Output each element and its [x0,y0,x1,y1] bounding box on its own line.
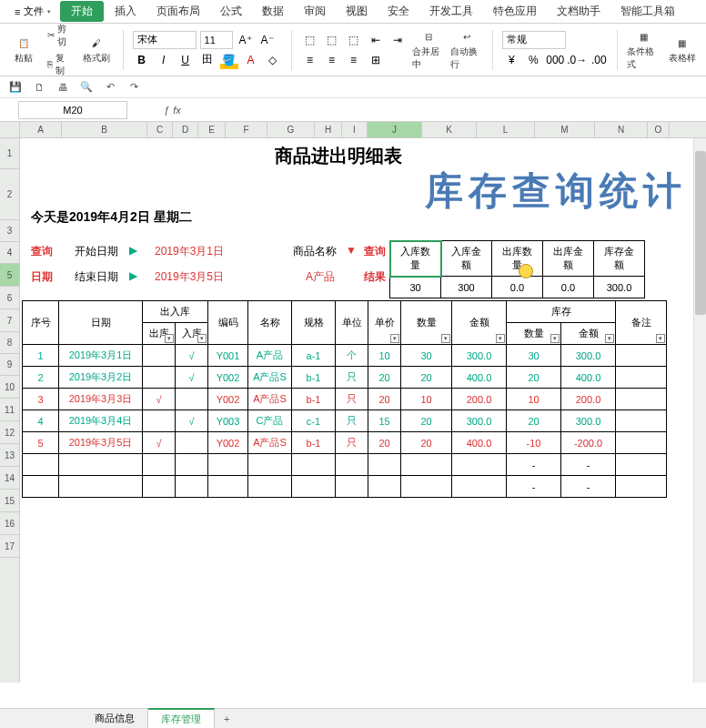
conditional-format-button[interactable]: ▦条件格式 [627,27,660,73]
italic-button[interactable]: I [155,51,173,69]
col-header-O[interactable]: O [648,122,670,137]
row-header-7[interactable]: 7 [0,309,19,332]
row-header-5[interactable]: 5 [0,264,19,287]
result-header[interactable]: 出库金额 [543,241,594,277]
row-header-9[interactable]: 9 [0,354,19,376]
number-format-select[interactable] [502,31,566,49]
th-date[interactable]: 日期 [59,301,143,345]
align-bottom-button[interactable]: ⬚ [345,31,363,49]
tab-view[interactable]: 视图 [337,1,377,22]
filter-icon[interactable]: ▾ [605,334,614,343]
result-header[interactable]: 入库数量 [390,241,441,277]
th-seq[interactable]: 序号 [23,301,59,345]
font-name-select[interactable] [133,31,197,49]
col-header-N[interactable]: N [595,122,648,137]
end-date-value[interactable]: 2019年3月5日 [155,269,224,285]
tab-review[interactable]: 审阅 [295,1,335,22]
th-stock-qty[interactable]: 数量▾ [507,323,561,345]
undo-icon[interactable]: ↶ [102,79,118,96]
filter-icon[interactable]: ▾ [441,334,450,343]
th-qty[interactable]: 数量▾ [401,301,452,345]
col-header-H[interactable]: H [315,122,342,137]
align-center-button[interactable]: ≡ [323,51,341,69]
col-header-A[interactable]: A [20,122,62,137]
result-cell[interactable]: 300.0 [594,277,645,298]
th-code[interactable]: 编码 [208,301,248,345]
col-header-F[interactable]: F [226,122,267,137]
col-header-M[interactable]: M [535,122,595,137]
fill-color-button[interactable]: 🪣 [220,51,238,69]
result-header[interactable]: 库存金额 [594,241,645,277]
th-unit[interactable]: 单位 [336,301,368,345]
row-header-8[interactable]: 8 [0,332,19,354]
th-remark[interactable]: 备注▾ [616,301,667,345]
scrollbar-thumb[interactable] [695,151,706,315]
row-header-14[interactable]: 14 [0,467,19,490]
start-date-value[interactable]: 2019年3月1日 [155,244,224,259]
tab-layout[interactable]: 页面布局 [147,1,209,22]
comma-button[interactable]: 000 [546,51,564,69]
clear-format-button[interactable]: ◇ [264,51,282,69]
align-right-button[interactable]: ≡ [345,51,363,69]
row-header-10[interactable]: 10 [0,376,19,399]
file-menu[interactable]: ≡文件▾ [7,3,58,20]
th-price[interactable]: 单价▾ [368,301,401,345]
decrease-font-button[interactable]: A⁻ [258,31,277,49]
merge-center-button[interactable]: ⊟合并居中 [412,27,445,73]
tab-formula[interactable]: 公式 [211,1,251,22]
currency-button[interactable]: ¥ [502,51,520,69]
filter-icon[interactable]: ▾ [165,334,174,343]
row-header-6[interactable]: 6 [0,287,19,309]
row-header-12[interactable]: 12 [0,421,19,444]
row-header-4[interactable]: 4 [0,242,19,264]
preview-icon[interactable]: 🔍 [78,79,95,96]
redo-icon[interactable]: ↷ [126,79,142,96]
col-header-B[interactable]: B [62,122,147,137]
row-header-11[interactable]: 11 [0,399,19,421]
align-middle-button[interactable]: ⬚ [323,31,341,49]
filter-icon[interactable]: ▾ [656,334,665,343]
result-header[interactable]: 入库金额 [441,241,492,277]
result-cell[interactable]: 0.0 [543,277,594,298]
th-in[interactable]: 入库▾ [176,323,208,345]
result-cell[interactable]: 300 [441,277,492,298]
result-cell[interactable]: 30 [390,277,441,298]
col-header-D[interactable]: D [173,122,198,137]
tab-data[interactable]: 数据 [253,1,293,22]
th-amt[interactable]: 金额▾ [452,301,507,345]
save-icon[interactable]: 💾 [7,79,24,96]
col-header-I[interactable]: I [342,122,368,137]
filter-icon[interactable]: ▾ [390,334,399,343]
select-all-corner[interactable] [0,122,20,137]
filter-icon[interactable]: ▾ [550,334,560,343]
th-out[interactable]: 出库▾ [143,323,176,345]
col-header-C[interactable]: C [147,122,173,137]
tab-special[interactable]: 特色应用 [484,1,546,22]
sheet-tab-products[interactable]: 商品信息 [82,709,148,728]
th-stock-amt[interactable]: 金额▾ [561,323,616,345]
table-row[interactable]: 12019年3月1日 √ Y001A产品 a-1个 1030 300.030 3… [23,345,667,367]
print-icon[interactable]: 🖶 [55,79,71,96]
row-header-16[interactable]: 16 [0,512,19,535]
tab-asst[interactable]: 文档助手 [548,1,610,22]
wrap-text-button[interactable]: ↩自动换行 [450,27,483,73]
percent-button[interactable]: % [524,51,542,69]
filter-icon[interactable]: ▾ [496,334,505,343]
cut-button[interactable]: ✂剪切 [45,22,75,49]
th-name[interactable]: 名称 [248,301,292,345]
bold-button[interactable]: B [133,51,151,69]
copy-button[interactable]: ⎘复制 [45,51,75,78]
add-sheet-button[interactable]: + [215,711,238,727]
indent-left-button[interactable]: ⇤ [367,31,385,49]
table-format-button[interactable]: ▦表格样 [666,27,699,73]
table-row[interactable]: 32019年3月3日 √ Y002A产品S b-1只 2010 200.010 … [23,389,667,410]
font-size-select[interactable] [200,31,233,49]
table-row[interactable]: 52019年3月5日 √ Y002A产品S b-1只 2020 400.0-10… [23,432,667,454]
increase-font-button[interactable]: A⁺ [237,31,255,49]
tab-start[interactable]: 开始 [60,1,104,22]
inc-decimal-button[interactable]: .0→ [568,51,586,69]
dec-decimal-button[interactable]: .00 [590,51,608,69]
indent-right-button[interactable]: ⇥ [388,31,407,49]
format-painter-button[interactable]: 🖌格式刷 [80,27,113,73]
border-button[interactable]: 田 [198,51,217,69]
